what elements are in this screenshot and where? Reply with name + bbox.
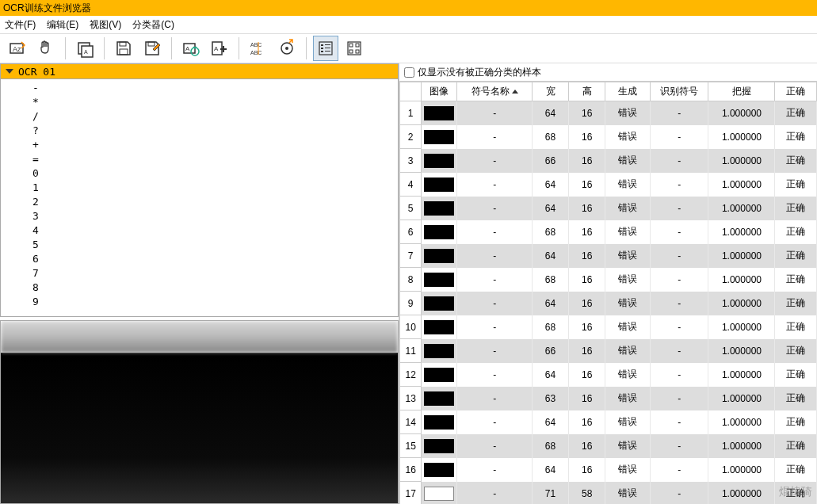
tool-target-icon[interactable] bbox=[274, 36, 300, 61]
cell-width: 68 bbox=[532, 268, 568, 292]
menu-view[interactable]: 视图(V) bbox=[90, 18, 121, 32]
tree-header[interactable]: OCR 01 bbox=[0, 63, 399, 79]
tool-hand-icon[interactable] bbox=[33, 36, 59, 61]
tree-item[interactable]: 0 bbox=[32, 166, 398, 181]
cell-image bbox=[422, 482, 457, 505]
cell-rownum: 7 bbox=[400, 244, 422, 268]
tree-item[interactable]: 9 bbox=[32, 295, 398, 309]
col-image[interactable]: 图像 bbox=[422, 82, 457, 101]
table-row[interactable]: 10-6816错误-1.000000正确 bbox=[400, 315, 817, 339]
table-row[interactable]: 8-6816错误-1.000000正确 bbox=[400, 268, 817, 292]
filter-label: 仅显示没有被正确分类的样本 bbox=[418, 66, 541, 79]
tree-item[interactable]: = bbox=[32, 152, 398, 166]
menu-file[interactable]: 文件(F) bbox=[5, 18, 36, 32]
cell-width: 64 bbox=[532, 292, 568, 315]
tree-item[interactable]: 7 bbox=[32, 266, 398, 281]
tree-item[interactable]: 6 bbox=[32, 252, 398, 266]
table-row[interactable]: 12-6416错误-1.000000正确 bbox=[400, 363, 817, 387]
cell-rownum: 9 bbox=[400, 292, 422, 315]
svg-text:A: A bbox=[185, 45, 190, 52]
table-row[interactable]: 6-6816错误-1.000000正确 bbox=[400, 220, 817, 244]
svg-rect-22 bbox=[321, 51, 323, 52]
table-row[interactable]: 9-6416错误-1.000000正确 bbox=[400, 292, 817, 315]
sample-table: 图像 符号名称 宽 高 生成 识别符号 把握 正确 1-6416错误-1.000… bbox=[399, 82, 817, 504]
filter-row: 仅显示没有被正确分类的样本 bbox=[399, 63, 817, 81]
tree-item[interactable]: 2 bbox=[32, 195, 398, 209]
table-row[interactable]: 3-6616错误-1.000000正确 bbox=[400, 149, 817, 173]
cell-correct: 正确 bbox=[775, 410, 817, 434]
table-row[interactable]: 11-6616错误-1.000000正确 bbox=[400, 339, 817, 363]
col-recognized[interactable]: 识别符号 bbox=[650, 82, 708, 101]
thumb-icon bbox=[424, 201, 454, 216]
thumb-icon bbox=[424, 415, 454, 430]
tool-saveas-icon[interactable] bbox=[139, 36, 165, 61]
cell-image bbox=[422, 458, 457, 482]
col-generated[interactable]: 生成 bbox=[605, 82, 651, 101]
cell-correct: 正确 bbox=[775, 268, 817, 292]
tool-refresh-icon[interactable]: A bbox=[178, 36, 204, 61]
col-correct[interactable]: 正确 bbox=[775, 82, 817, 101]
filter-checkbox[interactable] bbox=[404, 67, 414, 78]
table-row[interactable]: 13-6316错误-1.000000正确 bbox=[400, 387, 817, 410]
svg-point-16 bbox=[285, 47, 288, 50]
table-row[interactable]: 15-6816错误-1.000000正确 bbox=[400, 434, 817, 458]
cell-recognized: - bbox=[650, 149, 708, 173]
cell-recognized: - bbox=[650, 173, 708, 197]
menu-edit[interactable]: 编辑(E) bbox=[47, 18, 78, 32]
tool-save-icon[interactable] bbox=[111, 36, 136, 61]
cell-generated: 错误 bbox=[605, 149, 651, 173]
cell-correct: 正确 bbox=[775, 244, 817, 268]
col-symbol-name[interactable]: 符号名称 bbox=[457, 82, 532, 101]
cell-symbol: - bbox=[457, 339, 532, 363]
table-row[interactable]: 1-6416错误-1.000000正确 bbox=[400, 101, 817, 125]
tree-item[interactable]: 8 bbox=[32, 281, 398, 295]
table-row[interactable]: 14-6416错误-1.000000正确 bbox=[400, 410, 817, 434]
table-row[interactable]: 5-6416错误-1.000000正确 bbox=[400, 197, 817, 220]
tool-abc-icon[interactable]: ABCABC bbox=[246, 36, 271, 61]
table-row[interactable]: 17-7158错误-1.000000正确 bbox=[400, 482, 817, 505]
tree-item[interactable]: * bbox=[32, 95, 398, 109]
tree-item[interactable]: 1 bbox=[32, 181, 398, 195]
svg-text:A: A bbox=[214, 45, 219, 52]
cell-generated: 错误 bbox=[605, 315, 651, 339]
app-title: OCR训练文件浏览器 bbox=[3, 2, 91, 15]
svg-rect-26 bbox=[356, 44, 359, 47]
tool-add-icon[interactable]: A bbox=[207, 36, 232, 61]
thumb-icon bbox=[424, 320, 454, 334]
tree-item[interactable]: ? bbox=[32, 124, 398, 138]
tool-list-icon[interactable] bbox=[313, 36, 338, 61]
tree-item[interactable]: + bbox=[32, 138, 398, 152]
cell-height: 16 bbox=[569, 339, 605, 363]
menu-classifier[interactable]: 分类器(C) bbox=[132, 18, 174, 32]
col-rownum[interactable] bbox=[400, 82, 422, 101]
tool-rename-icon[interactable]: Az bbox=[5, 36, 30, 61]
table-row[interactable]: 16-6416错误-1.000000正确 bbox=[400, 458, 817, 482]
table-wrap[interactable]: 图像 符号名称 宽 高 生成 识别符号 把握 正确 1-6416错误-1.000… bbox=[399, 81, 817, 504]
cell-symbol: - bbox=[457, 363, 532, 387]
tool-open-icon[interactable]: A bbox=[72, 36, 97, 61]
tree-item[interactable]: 4 bbox=[32, 223, 398, 238]
table-row[interactable]: 7-6416错误-1.000000正确 bbox=[400, 244, 817, 268]
cell-confidence: 1.000000 bbox=[708, 315, 775, 339]
tree-item[interactable]: 3 bbox=[32, 209, 398, 223]
col-confidence[interactable]: 把握 bbox=[708, 82, 775, 101]
cell-correct: 正确 bbox=[775, 125, 817, 149]
tree-collapse-icon[interactable] bbox=[6, 69, 13, 74]
table-row[interactable]: 4-6416错误-1.000000正确 bbox=[400, 173, 817, 197]
thumb-icon bbox=[424, 273, 454, 287]
table-row[interactable]: 2-6816错误-1.000000正确 bbox=[400, 125, 817, 149]
cell-rownum: 8 bbox=[400, 268, 422, 292]
col-height[interactable]: 高 bbox=[569, 82, 605, 101]
col-width[interactable]: 宽 bbox=[532, 82, 568, 101]
tree-item[interactable]: / bbox=[32, 109, 398, 124]
cell-generated: 错误 bbox=[605, 363, 651, 387]
cell-symbol: - bbox=[457, 410, 532, 434]
cell-recognized: - bbox=[650, 101, 708, 125]
cell-confidence: 1.000000 bbox=[708, 434, 775, 458]
tree-body[interactable]: -*/?+=0123456789 bbox=[0, 79, 399, 317]
tool-grid-icon[interactable] bbox=[342, 36, 367, 61]
tree-item[interactable]: - bbox=[32, 81, 398, 95]
cell-rownum: 11 bbox=[400, 339, 422, 363]
tree-item[interactable]: 5 bbox=[32, 238, 398, 252]
cell-rownum: 12 bbox=[400, 363, 422, 387]
